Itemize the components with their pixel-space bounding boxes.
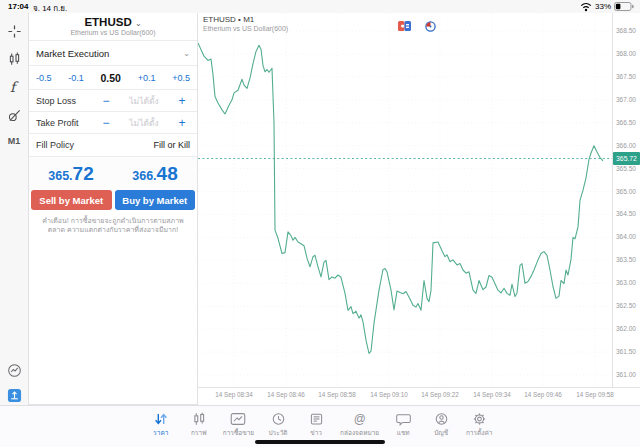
price-axis-label: 363.50 bbox=[616, 256, 636, 263]
price-axis-label: 368.50 bbox=[616, 27, 636, 34]
tab-quotes[interactable]: ราคา bbox=[142, 406, 180, 447]
price-axis-label: 368.00 bbox=[616, 50, 636, 57]
take-profit-minus-button[interactable]: − bbox=[98, 116, 114, 130]
chart-region: 368.50368.00367.50367.00366.50366.00365.… bbox=[198, 13, 640, 405]
price-axis[interactable]: 368.50368.00367.50367.00366.50366.00365.… bbox=[613, 13, 640, 387]
buy-button[interactable]: Buy by Market bbox=[115, 190, 196, 210]
time-axis-label: 14 Sep 08:34 bbox=[208, 391, 260, 398]
tab-label: การตั้งค่า bbox=[466, 428, 492, 438]
history-clock-icon bbox=[270, 410, 287, 427]
tab-label: ราคา bbox=[153, 428, 168, 438]
symbol-selector[interactable]: ETHUSD ⌄ Etherium vs US Dollar(600) bbox=[29, 13, 197, 41]
wifi-icon bbox=[580, 2, 592, 12]
quick-chart-icon[interactable] bbox=[0, 360, 28, 380]
take-profit-label: Take Profit bbox=[36, 118, 98, 128]
time-axis[interactable]: 14 Sep 08:3414 Sep 08:4614 Sep 08:5814 S… bbox=[198, 387, 640, 405]
tab-accounts[interactable]: บัญชี bbox=[422, 406, 460, 447]
depth-of-market-icon[interactable] bbox=[398, 21, 411, 32]
quotes-arrows-icon bbox=[152, 410, 170, 427]
home-indicator[interactable] bbox=[255, 440, 385, 444]
volume-minus-big-button[interactable]: -0.5 bbox=[36, 73, 52, 83]
at-sign-icon: @ bbox=[351, 410, 368, 427]
bid-ask-display: 365.72 366.48 bbox=[29, 157, 197, 190]
volume-stepper-row: -0.5 -0.1 0.50 +0.1 +0.5 bbox=[29, 66, 197, 90]
chat-bubble-icon bbox=[395, 410, 412, 427]
take-profit-row: Take Profit − ไม่ได้ตั้ง + bbox=[29, 112, 197, 134]
time-axis-label: 14 Sep 09:46 bbox=[517, 391, 569, 398]
price-axis-label: 364.50 bbox=[616, 210, 636, 217]
tab-label: ประวัติ bbox=[269, 428, 288, 438]
tab-trade[interactable]: การซื้อขาย bbox=[218, 406, 259, 447]
tab-label: ข่าว bbox=[310, 428, 322, 438]
tab-chat[interactable]: แชท bbox=[384, 406, 422, 447]
price-axis-label: 365.00 bbox=[616, 188, 636, 195]
take-profit-plus-button[interactable]: + bbox=[174, 116, 190, 130]
time-axis-label: 14 Sep 08:46 bbox=[260, 391, 312, 398]
tab-label: กล่องจดหมาย bbox=[340, 428, 379, 438]
bid-price: 365.72 bbox=[29, 163, 113, 185]
price-axis-label: 367.50 bbox=[616, 73, 636, 80]
news-icon bbox=[308, 410, 325, 427]
price-axis-label: 366.50 bbox=[616, 119, 636, 126]
fill-policy-select[interactable]: Fill Policy Fill or Kill bbox=[29, 134, 197, 157]
price-axis-label: 362.50 bbox=[616, 302, 636, 309]
trade-chart-box-icon bbox=[229, 410, 247, 427]
time-axis-label: 14 Sep 09:58 bbox=[569, 391, 621, 398]
current-price-tag: 365.72 bbox=[613, 152, 640, 165]
chart-plot[interactable] bbox=[198, 13, 612, 387]
tab-label: บัญชี bbox=[434, 428, 448, 438]
open-in-window-icon[interactable] bbox=[0, 385, 28, 405]
stop-loss-row: Stop Loss − ไม่ได้ตั้ง + bbox=[29, 90, 197, 112]
ask-price: 366.48 bbox=[113, 163, 197, 185]
volume-plus-big-button[interactable]: +0.5 bbox=[172, 73, 190, 83]
chart-symbol-description: Etherium vs US Dollar(600) bbox=[203, 25, 288, 32]
crosshair-icon[interactable] bbox=[0, 21, 28, 41]
order-panel: ETHUSD ⌄ Etherium vs US Dollar(600) Mark… bbox=[28, 13, 198, 405]
order-type-select[interactable]: Market Execution ⌄ bbox=[29, 41, 197, 66]
market-execution-warning: คำเตือน! การซื้อขายจะถูกดำเนินการตามสภาพ… bbox=[29, 216, 197, 235]
timeframe-button[interactable]: M1 bbox=[0, 131, 28, 151]
stop-loss-plus-button[interactable]: + bbox=[174, 94, 190, 108]
order-type-value: Market Execution bbox=[36, 48, 109, 59]
price-axis-label: 363.00 bbox=[616, 279, 636, 286]
battery-percent: 33% bbox=[595, 2, 611, 11]
chart-tools-rail: f M1 bbox=[0, 13, 28, 405]
price-axis-label: 362.00 bbox=[616, 325, 636, 332]
time-axis-label: 14 Sep 09:34 bbox=[466, 391, 518, 398]
price-axis-label: 365.50 bbox=[616, 165, 636, 172]
gear-icon bbox=[471, 410, 488, 427]
objects-icon[interactable] bbox=[0, 105, 28, 125]
stop-loss-input[interactable]: ไม่ได้ตั้ง bbox=[114, 94, 174, 108]
price-axis-label: 364.00 bbox=[616, 233, 636, 240]
svg-text:@: @ bbox=[354, 412, 366, 426]
stop-loss-minus-button[interactable]: − bbox=[98, 94, 114, 108]
symbol-description: Etherium vs US Dollar(600) bbox=[29, 29, 197, 36]
chart-type-candles-icon[interactable] bbox=[0, 49, 28, 69]
time-axis-label: 14 Sep 08:58 bbox=[311, 391, 363, 398]
clock-time: 17:04 bbox=[8, 2, 28, 11]
battery-icon bbox=[614, 2, 634, 11]
chevron-down-icon: ⌄ bbox=[183, 49, 190, 58]
account-person-icon bbox=[433, 410, 450, 427]
chevron-down-icon: ⌄ bbox=[135, 19, 142, 28]
indicators-icon[interactable]: f bbox=[0, 77, 28, 97]
chart-header: ETHUSD • M1 Etherium vs US Dollar(600) bbox=[203, 15, 288, 32]
tab-settings[interactable]: การตั้งค่า bbox=[460, 406, 498, 447]
volume-minus-small-button[interactable]: -0.1 bbox=[68, 73, 84, 83]
trading-sessions-clock-icon[interactable] bbox=[425, 21, 436, 32]
tab-charts[interactable]: กราฟ bbox=[180, 406, 218, 447]
volume-value[interactable]: 0.50 bbox=[101, 72, 121, 84]
tab-label: แชท bbox=[397, 428, 410, 438]
tab-label: การซื้อขาย bbox=[223, 428, 254, 438]
svg-text:f: f bbox=[10, 79, 19, 95]
symbol-name: ETHUSD bbox=[84, 16, 131, 28]
take-profit-input[interactable]: ไม่ได้ตั้ง bbox=[114, 116, 174, 130]
chart-symbol-timeframe: ETHUSD • M1 bbox=[203, 15, 288, 24]
fill-policy-label: Fill Policy bbox=[36, 140, 74, 150]
status-bar: 17:04 จ. 14 ก.ย. 33% bbox=[0, 0, 640, 13]
fill-policy-value: Fill or Kill bbox=[153, 140, 190, 150]
stop-loss-label: Stop Loss bbox=[36, 96, 98, 106]
sell-button[interactable]: Sell by Market bbox=[31, 190, 112, 210]
price-axis-label: 366.00 bbox=[616, 142, 636, 149]
volume-plus-small-button[interactable]: +0.1 bbox=[138, 73, 156, 83]
